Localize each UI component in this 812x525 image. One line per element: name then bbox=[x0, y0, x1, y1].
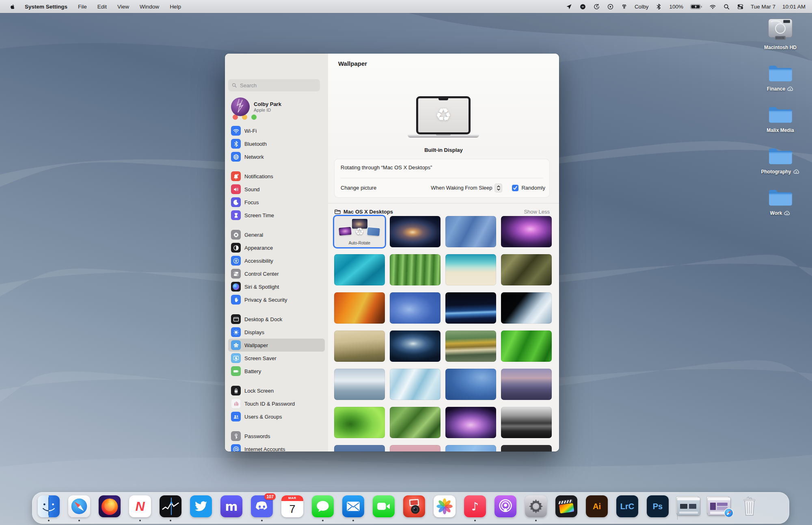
menu-view[interactable]: View bbox=[117, 4, 129, 10]
wallpaper-tile-andromeda-galaxy[interactable] bbox=[390, 216, 441, 247]
sidebar-item-wallpaper[interactable]: Wallpaper bbox=[228, 339, 325, 352]
wallpaper-tile-glacier-ice[interactable] bbox=[390, 369, 441, 400]
sidebar-item-lock-screen[interactable]: Lock Screen bbox=[228, 384, 325, 397]
location-arrow-icon[interactable] bbox=[566, 3, 572, 10]
dock-item-podcasts[interactable] bbox=[495, 495, 516, 517]
sidebar-item-accessibility[interactable]: Accessibility bbox=[228, 254, 325, 267]
sidebar-item-bluetooth[interactable]: Bluetooth bbox=[228, 137, 325, 150]
desktop-icon-work[interactable]: Work bbox=[756, 188, 805, 216]
show-less-button[interactable]: Show Less bbox=[524, 209, 550, 215]
dock-item-minimized-window[interactable] bbox=[678, 495, 700, 515]
dropdown-stepper[interactable] bbox=[495, 184, 502, 192]
wallpaper-tile-rose-surface[interactable] bbox=[390, 445, 441, 452]
sidebar-item-screen-time[interactable]: Screen Time bbox=[228, 209, 325, 222]
wallpaper-tile-teal-water-ripples[interactable] bbox=[334, 254, 385, 285]
bluetooth-icon[interactable] bbox=[655, 3, 662, 10]
airpods-icon[interactable] bbox=[621, 3, 628, 10]
dock-item-photo-booth[interactable] bbox=[403, 495, 425, 517]
dock-item-illustrator[interactable]: Ai bbox=[586, 495, 608, 517]
dock-item-news[interactable]: N bbox=[129, 495, 151, 517]
battery-charging-icon[interactable] bbox=[690, 4, 702, 10]
wallpaper-tile-misty-golden-meadow[interactable] bbox=[334, 331, 385, 362]
dock-item-system-settings[interactable] bbox=[525, 495, 547, 517]
wallpaper-tile-charcoal-dark[interactable] bbox=[501, 445, 552, 452]
dock-item-calendar[interactable]: MAR7 bbox=[281, 495, 303, 517]
wallpaper-tile-tree-foliage[interactable] bbox=[390, 407, 441, 438]
wallpaper-tile-dusk-mountain-blue[interactable] bbox=[334, 445, 385, 452]
wallpaper-tile-magenta-aurora[interactable] bbox=[501, 216, 552, 247]
dock-item-minimized-safari-window[interactable] bbox=[708, 495, 730, 515]
sidebar-item-control-center[interactable]: Control Center bbox=[228, 267, 325, 280]
wallpaper-tile-bamboo-stalks[interactable] bbox=[390, 254, 441, 285]
sidebar-item-passwords[interactable]: Passwords bbox=[228, 430, 325, 443]
change-picture-dropdown-value[interactable]: When Waking From Sleep bbox=[431, 185, 492, 191]
dock-item-lightroom-classic[interactable]: LrC bbox=[616, 495, 638, 517]
dock-item-twitter[interactable] bbox=[190, 495, 212, 517]
wifi-icon[interactable] bbox=[709, 3, 716, 10]
menu-window[interactable]: Window bbox=[140, 4, 159, 10]
desktop-icon-malix-media[interactable]: Malix Media bbox=[756, 106, 805, 133]
dock-item-photos[interactable] bbox=[434, 495, 456, 517]
wallpaper-tile-orange-abstract-art[interactable] bbox=[334, 292, 385, 324]
sidebar-item-general[interactable]: General bbox=[228, 228, 325, 241]
sidebar-item-appearance[interactable]: Appearance bbox=[228, 241, 325, 254]
dock-item-messages[interactable] bbox=[312, 495, 334, 517]
wallpaper-tile-beach-shoreline[interactable] bbox=[445, 254, 496, 285]
sidebar-item-privacy-security[interactable]: Privacy & Security bbox=[228, 293, 325, 306]
dock-item-firefox[interactable] bbox=[99, 495, 121, 517]
dock-item-final-cut-pro[interactable] bbox=[555, 495, 577, 517]
sidebar-item-desktop-dock[interactable]: Desktop & Dock bbox=[228, 313, 325, 326]
control-center-icon[interactable] bbox=[737, 3, 744, 10]
sidebar-item-sound[interactable]: Sound bbox=[228, 183, 325, 196]
wallpaper-tile-earth-from-orbit[interactable] bbox=[501, 292, 552, 324]
wallpaper-tile-grass-seedheads[interactable] bbox=[501, 254, 552, 285]
sidebar-item-siri-spotlight[interactable]: Siri & Spotlight bbox=[228, 280, 325, 293]
wallpaper-tile-violet-aurora-burst[interactable] bbox=[445, 407, 496, 438]
dock-item-music[interactable]: ♪ bbox=[464, 495, 486, 517]
sidebar-item-battery[interactable]: Battery bbox=[228, 365, 325, 378]
search-icon[interactable] bbox=[723, 3, 730, 10]
sidebar-item-focus[interactable]: Focus bbox=[228, 196, 325, 209]
wallpaper-tile-blue-flow-abstract[interactable] bbox=[390, 292, 441, 324]
sidebar-item-displays[interactable]: Displays bbox=[228, 326, 325, 339]
wallpaper-tile-calm-sea-horizon[interactable] bbox=[334, 369, 385, 400]
menu-edit[interactable]: Edit bbox=[97, 4, 107, 10]
dock-item-mail[interactable] bbox=[342, 495, 364, 517]
sidebar-item-notifications[interactable]: Notifications bbox=[228, 170, 325, 183]
menu-file[interactable]: File bbox=[78, 4, 87, 10]
sidebar-item-users-groups[interactable]: Users & Groups bbox=[228, 410, 325, 423]
wallpaper-tile-milky-way-galaxy[interactable] bbox=[390, 331, 441, 362]
desktop-icon-finance[interactable]: Finance bbox=[756, 64, 805, 92]
wallpaper-tile-golden-pavilion-temple[interactable] bbox=[445, 331, 496, 362]
wallpaper-tile-blue-light-arcs[interactable] bbox=[445, 369, 496, 400]
apple-menu-icon[interactable] bbox=[9, 3, 16, 10]
search-input[interactable] bbox=[239, 82, 317, 89]
sidebar-item-screen-saver[interactable]: Screen Saver bbox=[228, 352, 325, 365]
desktop-icon-macintosh-hd[interactable]: Macintosh HD bbox=[756, 18, 805, 50]
wallpaper-tile-auto-rotate[interactable]: ♻Auto-Rotate bbox=[334, 216, 385, 247]
wallpaper-tile-mountain-lake-dusk[interactable] bbox=[501, 369, 552, 400]
dock-item-discord[interactable]: 107 bbox=[251, 495, 273, 517]
menu-help[interactable]: Help bbox=[170, 4, 181, 10]
wallpaper-tile-bw-dramatic-sky[interactable] bbox=[501, 407, 552, 438]
wallpaper-tile-blue-silk-waves[interactable] bbox=[445, 216, 496, 247]
sidebar-item-wi-fi[interactable]: Wi-Fi bbox=[228, 124, 325, 137]
sidebar-item-touch-id-password[interactable]: Touch ID & Password bbox=[228, 397, 325, 410]
wallpaper-tile-green-leaf-spiral[interactable] bbox=[334, 407, 385, 438]
dock-item-finder[interactable] bbox=[38, 495, 60, 517]
dock-item-facetime[interactable] bbox=[373, 495, 395, 517]
wallpaper-tile-aqua-light-streaks[interactable] bbox=[445, 445, 496, 452]
sidebar-search[interactable] bbox=[228, 79, 320, 91]
dock-item-photoshop[interactable]: Ps bbox=[647, 495, 669, 517]
dock-item-safari[interactable] bbox=[68, 495, 90, 517]
menubar-app-name[interactable]: System Settings bbox=[25, 4, 67, 10]
wallpaper-tile-earth-horizon-moon[interactable] bbox=[445, 292, 496, 324]
dock-item-trash[interactable] bbox=[739, 495, 760, 517]
desktop-icon-photography[interactable]: Photography bbox=[756, 147, 805, 175]
dock-item-stocks[interactable] bbox=[160, 495, 181, 517]
randomly-checkbox[interactable] bbox=[512, 185, 518, 191]
sidebar-item-internet-accounts[interactable]: Internet Accounts bbox=[228, 443, 325, 452]
sidebar-item-network[interactable]: Network bbox=[228, 150, 325, 163]
play-circle-icon[interactable] bbox=[607, 3, 614, 10]
apple-id-profile[interactable]: Colby Park Apple ID bbox=[231, 97, 281, 116]
